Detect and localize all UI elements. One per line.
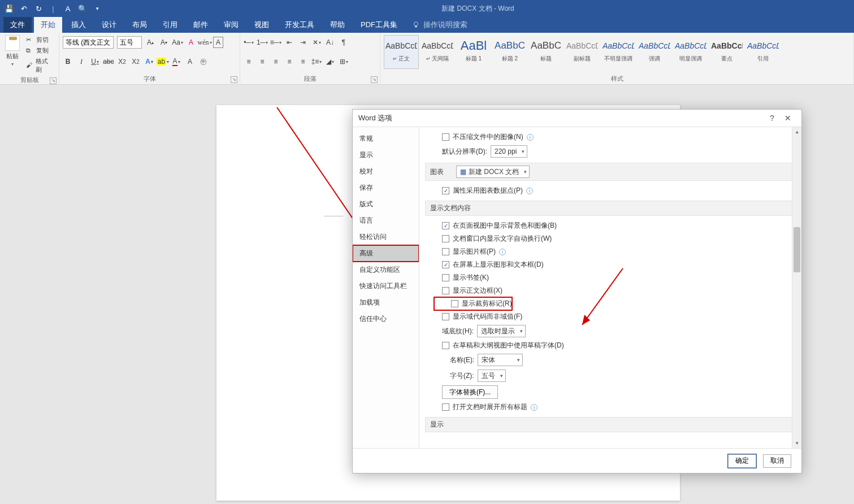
opt-wrap-win[interactable]: 文档窗口内显示文字自动换行(W) [425,232,796,245]
cut-button[interactable]: ✂剪切 [24,35,55,45]
info-icon[interactable]: i [499,249,506,255]
opt-field-codes[interactable]: 显示域代码而非域值(F) [425,310,796,323]
opt-draft-font[interactable]: 在草稿和大纲视图中使用草稿字体(D) [425,339,796,352]
align-center-button[interactable]: ≡ [257,56,267,67]
tab-pdf[interactable]: PDF工具集 [354,17,404,33]
font-name-select[interactable] [63,36,114,49]
checkbox-icon[interactable] [442,313,449,320]
checkbox-icon[interactable] [442,287,449,294]
options-scrollbar[interactable]: ▴ ▾ [792,127,801,448]
change-case-button[interactable]: Aa [172,37,183,48]
char-shading-button[interactable]: A [185,56,195,67]
redo-icon[interactable]: ↻ [34,4,43,13]
tab-home[interactable]: 开始 [34,17,62,33]
nav-general[interactable]: 常规 [353,131,419,147]
checkbox-icon[interactable] [442,248,449,255]
shading-button[interactable]: ◢ [325,56,335,67]
align-right-button[interactable]: ≡ [271,56,281,67]
bullets-button[interactable]: •─ [244,37,254,48]
strikethrough-button[interactable]: abc [103,56,114,67]
highlight-button[interactable]: ab [158,56,168,67]
decrease-indent-button[interactable]: ⇤ [284,37,294,48]
paragraph-launcher[interactable]: ↘ [371,76,378,83]
style-strong[interactable]: AaBbCcD要点 [709,35,744,69]
align-left-button[interactable]: ≡ [244,56,254,67]
undo-icon[interactable]: ↶ [19,4,28,13]
close-button[interactable]: ✕ [780,110,796,126]
opt-text-border[interactable]: 显示正文边框(X) [425,284,796,297]
tab-insert[interactable]: 插入 [64,17,93,33]
clear-format-button[interactable]: A [186,37,196,48]
style-normal[interactable]: AaBbCcDd↵ 正文 [384,35,419,69]
print-preview-icon[interactable]: 🔍 [78,4,87,13]
save-icon[interactable]: 💾 [5,4,14,13]
chart-doc-select[interactable]: ▦新建 DOCX 文档 [456,166,530,178]
nav-addins[interactable]: 加载项 [353,294,419,311]
tell-me[interactable]: 操作说明搜索 [406,17,473,33]
multilevel-button[interactable]: ≡─ [271,37,281,48]
checkbox-icon[interactable] [442,133,449,141]
scroll-up-icon[interactable]: ▴ [792,127,801,137]
style-quote[interactable]: AaBbCcDd引用 [745,35,781,69]
checkbox-icon[interactable] [442,261,449,268]
clipboard-launcher[interactable]: ↘ [50,77,57,84]
nav-accessibility[interactable]: 轻松访问 [353,229,419,245]
font-launcher[interactable]: ↘ [231,76,237,83]
scroll-thumb[interactable] [794,227,800,272]
nav-language[interactable]: 语言 [353,212,419,229]
nav-customize-ribbon[interactable]: 自定义功能区 [353,262,419,278]
style-no-spacing[interactable]: AaBbCcDd↵ 无间隔 [420,35,455,69]
checkbox-icon[interactable] [442,222,449,229]
increase-indent-button[interactable]: ⇥ [298,37,308,48]
style-subtle-em[interactable]: AaBbCcDd不明显强调 [601,35,636,69]
tab-design[interactable]: 设计 [95,17,123,33]
field-shade-select[interactable]: 选取时显示 [477,325,526,337]
info-icon[interactable]: i [531,404,537,411]
style-heading1[interactable]: AaBl标题 1 [456,35,491,69]
draft-name-select[interactable]: 宋体 [478,354,523,366]
show-marks-button[interactable]: ¶ [339,37,349,48]
style-emphasis[interactable]: AaBbCcDd强调 [637,35,672,69]
help-button[interactable]: ? [764,110,780,126]
cancel-button[interactable]: 取消 [763,454,791,468]
draft-size-select[interactable]: 五号 [478,370,506,382]
checkbox-icon[interactable] [451,300,458,307]
styles-gallery[interactable]: AaBbCcDd↵ 正文 AaBbCcDd↵ 无间隔 AaBl标题 1 AaBb… [384,35,850,69]
opt-pic-frame[interactable]: 显示图片框(P)i [425,245,796,258]
opt-screen-shapes[interactable]: 在屏幕上显示图形和文本框(D) [425,258,796,271]
nav-display[interactable]: 显示 [353,147,419,163]
opt-show-bg[interactable]: 在页面视图中显示背景色和图像(B) [425,219,796,232]
nav-advanced[interactable]: 高级 [353,245,419,262]
char-border-button[interactable]: A [213,37,223,48]
distribute-button[interactable]: ≡ [298,56,308,67]
bold-button[interactable]: B [63,56,73,67]
nav-trust[interactable]: 信任中心 [353,311,419,327]
tab-file[interactable]: 文件 [3,17,32,33]
tab-developer[interactable]: 开发工具 [278,17,321,33]
nav-qat[interactable]: 快速访问工具栏 [353,278,419,294]
checkbox-icon[interactable] [442,235,449,242]
nav-layout[interactable]: 版式 [353,196,419,212]
asian-layout-button[interactable]: ✕ [311,37,322,48]
format-painter-button[interactable]: 🖌格式刷 [24,57,55,75]
opt-chart-prop[interactable]: 属性采用图表数据点(P)i [425,184,796,197]
info-icon[interactable]: i [526,188,533,194]
font-size-select[interactable] [117,36,142,49]
tab-help[interactable]: 帮助 [323,17,352,33]
justify-button[interactable]: ≡ [284,56,294,67]
tab-layout[interactable]: 布局 [125,17,154,33]
tab-references[interactable]: 引用 [156,17,184,33]
ok-button[interactable]: 确定 [728,454,756,468]
copy-button[interactable]: ⧉复制 [24,46,55,55]
paste-button[interactable]: 粘贴 ▾ [3,35,22,75]
enclose-char-button[interactable]: ㊥ [198,56,209,67]
opt-expand-headings[interactable]: 打开文档时展开所有标题i [425,401,796,414]
style-title[interactable]: AaBbC标题 [528,35,563,69]
underline-button[interactable]: U [90,56,100,67]
style-subtitle[interactable]: AaBbCcD副标题 [565,35,600,69]
scroll-down-icon[interactable]: ▾ [792,438,801,448]
style-heading2[interactable]: AaBbC标题 2 [492,35,527,69]
checkbox-icon[interactable] [442,403,449,411]
info-icon[interactable]: i [527,134,534,141]
text-effects-button[interactable]: A [144,56,154,67]
